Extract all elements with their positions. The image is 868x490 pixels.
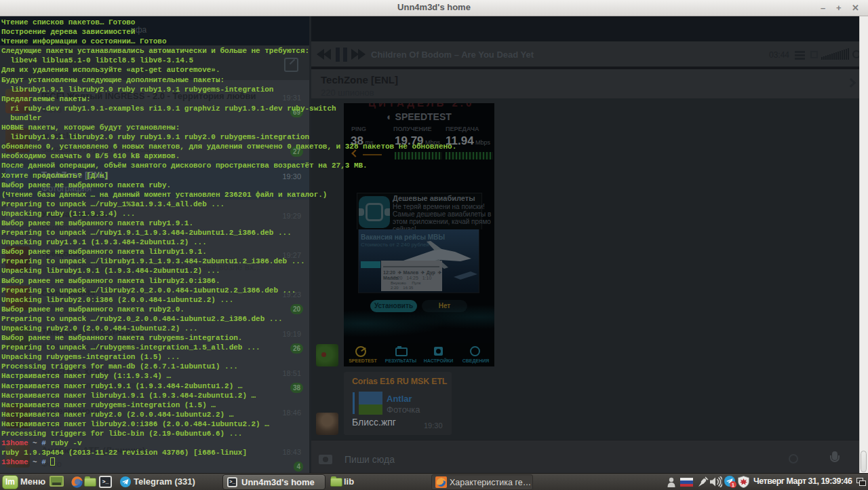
svg-text:1: 1 bbox=[732, 483, 734, 487]
